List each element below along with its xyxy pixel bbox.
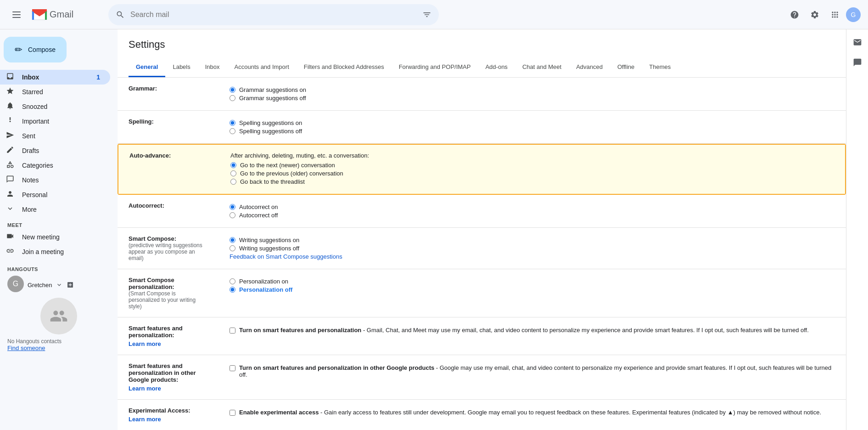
tab-themes[interactable]: Themes xyxy=(642,58,678,77)
right-tab-strip xyxy=(846,29,868,430)
smart-compose-feedback-link[interactable]: Feedback on Smart Compose suggestions xyxy=(230,253,342,260)
hangouts-add-icon[interactable] xyxy=(67,281,74,289)
sidebar-item-snoozed[interactable]: Snoozed xyxy=(0,99,110,114)
settings-row-experimental: Experimental Access: Learn more Enable e… xyxy=(118,400,846,430)
smart-features-google-learn-more[interactable]: Learn more xyxy=(129,385,207,392)
smart-features-google-label: Smart features and personalization in ot… xyxy=(118,355,218,399)
search-bar[interactable] xyxy=(108,4,439,25)
smart-compose-on-radio[interactable] xyxy=(230,237,235,243)
compose-icon: ✏ xyxy=(15,44,22,55)
sidebar-item-personal[interactable]: Personal xyxy=(0,187,110,202)
spelling-value: Spelling suggestions on Spelling suggest… xyxy=(218,111,846,143)
sidebar-item-more[interactable]: More xyxy=(0,202,110,217)
tab-advanced[interactable]: Advanced xyxy=(569,58,610,77)
sidebar-item-inbox[interactable]: Inbox 1 xyxy=(0,70,110,85)
hamburger-icon[interactable] xyxy=(7,6,26,24)
smart-compose-off-option: Writing suggestions off xyxy=(230,245,835,252)
spelling-on-radio[interactable] xyxy=(230,120,235,126)
tab-inbox[interactable]: Inbox xyxy=(198,58,227,77)
sc-personalization-label: Smart Compose personalization: (Smart Co… xyxy=(118,269,218,317)
sidebar-item-label-personal: Personal xyxy=(22,191,103,198)
auto-advance-next-radio[interactable] xyxy=(230,162,236,168)
experimental-checkbox[interactable] xyxy=(230,410,235,416)
tab-addons[interactable]: Add-ons xyxy=(478,58,515,77)
sidebar-item-label-drafts: Drafts xyxy=(22,147,103,154)
smart-features-google-check-option: Turn on smart features and personalizati… xyxy=(230,364,835,378)
avatar[interactable]: G xyxy=(846,7,861,22)
right-tab-chat[interactable] xyxy=(848,53,867,72)
smart-compose-on-label: Writing suggestions on xyxy=(239,237,299,243)
sidebar-item-sent[interactable]: Sent xyxy=(0,129,110,143)
smart-compose-sub: (predictive writing suggestions appear a… xyxy=(129,242,207,261)
tab-accounts-import[interactable]: Accounts and Import xyxy=(227,58,297,77)
settings-row-auto-advance: Auto-advance: After archiving, deleting,… xyxy=(118,144,846,195)
auto-advance-prev-radio[interactable] xyxy=(230,170,236,176)
auto-advance-prev-option: Go to the previous (older) conversation xyxy=(230,170,834,177)
settings-row-sc-personalization: Smart Compose personalization: (Smart Co… xyxy=(118,269,846,317)
smart-compose-value: Writing suggestions on Writing suggestio… xyxy=(218,228,846,269)
smart-compose-off-radio[interactable] xyxy=(230,245,235,251)
spelling-label: Spelling: xyxy=(118,111,218,143)
settings-row-smart-features-google: Smart features and personalization in ot… xyxy=(118,355,846,400)
settings-header: Settings General Labels Inbox Accounts a… xyxy=(118,29,846,78)
more-icon xyxy=(6,204,15,215)
autocorrect-on-label: Autocorrect on xyxy=(239,204,278,210)
grammar-on-option: Grammar suggestions on xyxy=(230,86,835,93)
apps-icon[interactable] xyxy=(826,6,844,24)
grammar-on-radio[interactable] xyxy=(230,87,235,93)
meet-section: Meet New meeting Join a meeting xyxy=(0,217,118,263)
tab-general[interactable]: General xyxy=(129,58,165,77)
smart-features-google-check-label: Turn on smart features and personalizati… xyxy=(239,364,835,378)
sidebar-item-important[interactable]: Important xyxy=(0,114,110,129)
sc-personalization-sub: (Smart Compose is personalized to your w… xyxy=(129,290,207,310)
tab-filters[interactable]: Filters and Blocked Addresses xyxy=(297,58,392,77)
tab-chat-meet[interactable]: Chat and Meet xyxy=(515,58,569,77)
experimental-learn-more[interactable]: Learn more xyxy=(129,416,207,423)
sidebar-item-drafts[interactable]: Drafts xyxy=(0,143,110,158)
search-input[interactable] xyxy=(130,11,417,19)
sidebar-item-label-join-meeting: Join a meeting xyxy=(22,248,103,255)
grammar-off-radio[interactable] xyxy=(230,95,235,101)
autocorrect-off-radio[interactable] xyxy=(230,212,235,218)
smart-features-google-checkbox[interactable] xyxy=(230,365,235,371)
sidebar-item-label-sent: Sent xyxy=(22,132,103,140)
sidebar-item-categories[interactable]: Categories xyxy=(0,158,110,173)
compose-button[interactable]: ✏ Compose xyxy=(4,37,67,62)
search-filter-icon[interactable] xyxy=(422,10,431,19)
support-icon[interactable] xyxy=(785,6,804,24)
sc-personalization-off-label: Personalization off xyxy=(239,286,292,293)
svg-rect-0 xyxy=(12,11,21,12)
tab-labels[interactable]: Labels xyxy=(165,58,197,77)
smart-features-label: Smart features and personalization: Lear… xyxy=(118,317,218,355)
notes-icon xyxy=(6,175,15,186)
sidebar-item-join-meeting[interactable]: Join a meeting xyxy=(0,244,110,259)
sidebar-item-notes[interactable]: Notes xyxy=(0,173,110,187)
sc-personalization-off-radio[interactable] xyxy=(230,287,235,293)
hangouts-find-link[interactable]: Find someone xyxy=(7,345,45,351)
gmail-wordmark: Gmail xyxy=(50,9,73,20)
sidebar-item-new-meeting[interactable]: New meeting xyxy=(0,230,110,244)
autocorrect-label: Autocorrect: xyxy=(118,195,218,227)
sc-personalization-on-radio[interactable] xyxy=(230,278,235,284)
sidebar-item-starred[interactable]: Starred xyxy=(0,85,110,99)
smart-features-learn-more[interactable]: Learn more xyxy=(129,340,207,347)
tab-forwarding[interactable]: Forwarding and POP/IMAP xyxy=(392,58,478,77)
right-tab-mail[interactable] xyxy=(848,33,867,51)
spelling-on-option: Spelling suggestions on xyxy=(230,119,835,126)
auto-advance-threadlist-radio[interactable] xyxy=(230,179,236,185)
spelling-off-radio[interactable] xyxy=(230,128,235,134)
smart-features-checkbox[interactable] xyxy=(230,328,235,334)
sidebar-item-label-notes: Notes xyxy=(22,176,103,184)
hangouts-avatar[interactable]: G xyxy=(7,276,24,292)
sidebar-item-label-snoozed: Snoozed xyxy=(22,103,103,110)
auto-advance-label: Auto-advance: xyxy=(118,145,219,194)
page-title: Settings xyxy=(129,39,835,51)
smart-features-google-value: Turn on smart features and personalizati… xyxy=(218,355,846,399)
autocorrect-on-radio[interactable] xyxy=(230,204,235,210)
sidebar-item-label-categories: Categories xyxy=(22,162,103,169)
tab-offline[interactable]: Offline xyxy=(610,58,642,77)
settings-icon[interactable] xyxy=(806,6,824,24)
starred-icon xyxy=(6,87,15,97)
hangouts-dropdown-icon[interactable] xyxy=(56,281,63,289)
settings-row-autocorrect: Autocorrect: Autocorrect on Autocorrect … xyxy=(118,195,846,228)
